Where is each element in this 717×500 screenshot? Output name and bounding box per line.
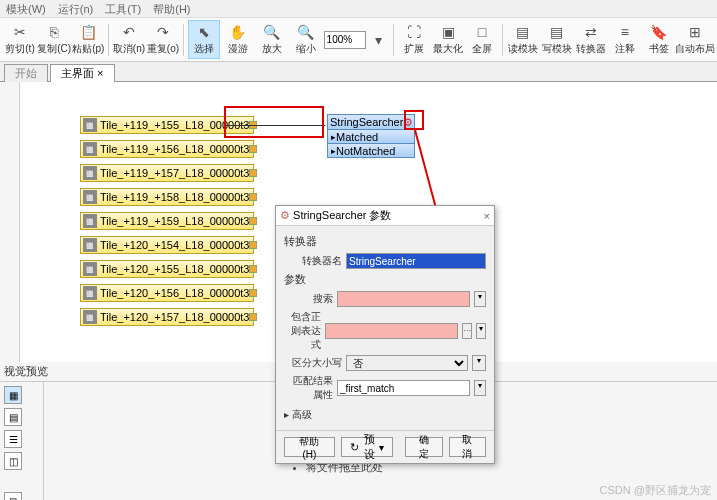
filter-button[interactable]: ▤ (4, 408, 22, 426)
node-label: Tile_+120_+157_L18_00000t3 (100, 311, 249, 323)
transformer-name-input[interactable] (346, 253, 486, 269)
menu-help[interactable]: 帮助(H) (153, 2, 190, 15)
reader-node[interactable]: ▦Tile_+120_+154_L18_00000t3 (80, 236, 254, 254)
ok-button[interactable]: 确定 (405, 437, 442, 457)
match-dropdown[interactable]: ▾ (474, 380, 486, 396)
paste-button[interactable]: 📋粘贴(p) (72, 20, 104, 59)
writer-icon: ▤ (548, 23, 566, 41)
grid-icon: ▦ (83, 238, 97, 252)
undo-button[interactable]: ↶取消(n) (113, 20, 145, 59)
reader-node[interactable]: ▦Tile_+120_+156_L18_00000t3 (80, 284, 254, 302)
dialog-titlebar[interactable]: ⚙ StringSearcher 参数 × (276, 206, 494, 226)
grid-icon: ▦ (83, 118, 97, 132)
read-module-button[interactable]: ▤读模块 (507, 20, 539, 59)
grid-icon: ▦ (83, 286, 97, 300)
regex-more[interactable]: … (462, 323, 472, 339)
notmatched-port[interactable]: ▸ NotMatched (327, 144, 415, 158)
case-select[interactable]: 否 (346, 355, 468, 371)
reader-node[interactable]: ▦Tile_+119_+158_L18_00000t3 (80, 188, 254, 206)
separator (183, 24, 184, 56)
zoom-out-button[interactable]: 🔍缩小 (290, 20, 322, 59)
list-button[interactable]: ☰ (4, 430, 22, 448)
matched-port[interactable]: ▸ Matched (327, 130, 415, 144)
node-label: Tile_+119_+156_L18_00000t3 (100, 143, 249, 155)
write-module-button[interactable]: ▤写模块 (541, 20, 573, 59)
menu-run[interactable]: 运行(n) (58, 2, 93, 15)
expand-button[interactable]: ⊡ (4, 492, 22, 500)
grid-icon: ▦ (83, 310, 97, 324)
zoom-input[interactable] (324, 31, 366, 49)
zoom-in-icon: 🔍 (263, 23, 281, 41)
copy-icon: ⎘ (45, 23, 63, 41)
case-dropdown[interactable]: ▾ (472, 355, 486, 371)
regex-label: 包含正则表达式 (284, 310, 321, 352)
output-port[interactable] (249, 169, 257, 177)
node-label: Tile_+120_+154_L18_00000t3 (100, 239, 249, 251)
search-dropdown[interactable]: ▾ (474, 291, 486, 307)
hand-icon: ✋ (229, 23, 247, 41)
maximize-icon: ▣ (439, 23, 457, 41)
menu-module[interactable]: 模块(W) (6, 2, 46, 15)
reader-node[interactable]: ▦Tile_+120_+157_L18_00000t3 (80, 308, 254, 326)
redo-button[interactable]: ↷重复(o) (147, 20, 179, 59)
output-port[interactable] (249, 241, 257, 249)
zoom-dropdown[interactable]: ▾ (368, 28, 390, 52)
tab-main[interactable]: 主界面 × (50, 64, 115, 82)
advanced-expander[interactable]: ▸ 高级 (284, 408, 486, 422)
tab-close-icon[interactable]: × (97, 67, 103, 79)
help-button[interactable]: 帮助(H) (284, 437, 335, 457)
search-label: 搜索 (284, 292, 333, 306)
zoom-out-icon: 🔍 (297, 23, 315, 41)
regex-dropdown[interactable]: ▾ (476, 323, 486, 339)
comment-icon: ≡ (616, 23, 634, 41)
section-transformer: 转换器 (284, 234, 486, 249)
transformer-header[interactable]: StringSearcher ⚙ (327, 114, 415, 130)
reader-node[interactable]: ▦Tile_+119_+157_L18_00000t3 (80, 164, 254, 182)
reader-node[interactable]: ▦Tile_+120_+155_L18_00000t3 (80, 260, 254, 278)
grid-icon: ▦ (83, 190, 97, 204)
cancel-button[interactable]: 取消 (449, 437, 486, 457)
dialog-title: StringSearcher 参数 (293, 209, 391, 221)
undo-icon: ↶ (120, 23, 138, 41)
menu-tools[interactable]: 工具(T) (105, 2, 141, 15)
view-mode-button[interactable]: ▦ (4, 386, 22, 404)
output-port[interactable] (249, 265, 257, 273)
annotation-box (404, 110, 424, 130)
maximize-button[interactable]: ▣最大化 (432, 20, 464, 59)
extend-button[interactable]: ⛶扩展 (398, 20, 430, 59)
comment-button[interactable]: ≡注释 (609, 20, 641, 59)
section-params: 参数 (284, 272, 486, 287)
tab-start[interactable]: 开始 (4, 64, 48, 82)
reader-node[interactable]: ▦Tile_+119_+156_L18_00000t3 (80, 140, 254, 158)
match-attr-input[interactable] (337, 380, 470, 396)
autolayout-button[interactable]: ⊞自动布局 (677, 20, 713, 59)
bookmark-button[interactable]: 🔖书签 (643, 20, 675, 59)
zoom-in-button[interactable]: 🔍放大 (256, 20, 288, 59)
grid-icon: ▦ (83, 142, 97, 156)
regex-input[interactable] (325, 323, 458, 339)
scissors-icon: ✂ (11, 23, 29, 41)
output-port[interactable] (249, 145, 257, 153)
reader-icon: ▤ (514, 23, 532, 41)
output-port[interactable] (249, 313, 257, 321)
pan-button[interactable]: ✋漫游 (222, 20, 254, 59)
string-searcher-transformer[interactable]: StringSearcher ⚙ ▸ Matched ▸ NotMatched (327, 114, 415, 158)
reader-node[interactable]: ▦Tile_+119_+159_L18_00000t3 (80, 212, 254, 230)
search-input[interactable] (337, 291, 470, 307)
select-button[interactable]: ⬉选择 (188, 20, 220, 59)
fullscreen-button[interactable]: □全屏 (466, 20, 498, 59)
match-label: 匹配结果属性 (284, 374, 333, 402)
preset-button[interactable]: ↻ 预设 ▾ (341, 437, 394, 457)
output-port[interactable] (249, 289, 257, 297)
view-button[interactable]: ◫ (4, 452, 22, 470)
copy-button[interactable]: ⎘复制(C) (38, 20, 70, 59)
separator (502, 24, 503, 56)
transformer-name: StringSearcher (330, 116, 403, 128)
grid-icon: ▦ (83, 214, 97, 228)
node-label: Tile_+119_+159_L18_00000t3 (100, 215, 249, 227)
transformer-button[interactable]: ⇄转换器 (575, 20, 607, 59)
close-icon[interactable]: × (484, 210, 490, 222)
cut-button[interactable]: ✂剪切(t) (4, 20, 36, 59)
output-port[interactable] (249, 217, 257, 225)
output-port[interactable] (249, 193, 257, 201)
